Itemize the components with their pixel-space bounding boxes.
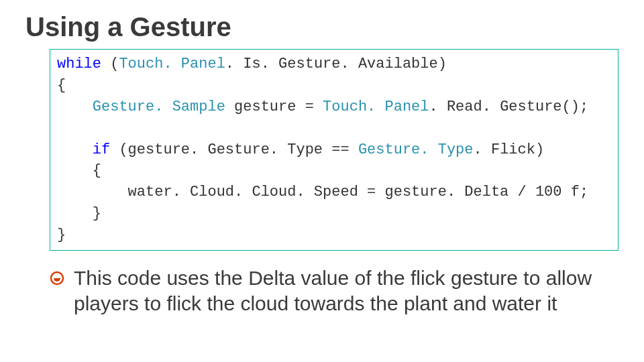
code-keyword-if: if	[93, 141, 110, 158]
code-text: . Flick)	[474, 141, 545, 158]
bullet-text: This code uses the Delta value of the fl…	[74, 265, 619, 316]
code-type: Gesture. Type	[358, 141, 474, 158]
code-indent	[57, 141, 93, 158]
code-text: (	[101, 56, 119, 72]
code-type: Gesture. Sample	[93, 99, 234, 115]
bullet-item: This code uses the Delta value of the fl…	[50, 265, 619, 316]
code-text: . Read. Gesture();	[429, 99, 589, 115]
code-text: . Is. Gesture. Available)	[225, 56, 447, 72]
code-keyword-while: while	[57, 56, 101, 72]
code-text: (gesture. Gesture. Type ==	[110, 141, 358, 158]
slide: Using a Gesture while (Touch. Panel. Is.…	[0, 0, 644, 362]
code-text: }	[57, 227, 66, 243]
code-text: {	[57, 162, 101, 179]
code-type: Touch. Panel	[119, 56, 225, 72]
code-indent	[57, 99, 93, 115]
code-text: water. Cloud. Cloud. Speed = gesture. De…	[57, 184, 588, 200]
code-type: Touch. Panel	[323, 99, 429, 115]
slide-title: Using a Gesture	[25, 12, 619, 42]
code-block: while (Touch. Panel. Is. Gesture. Availa…	[50, 49, 619, 251]
bullet-marker-icon	[50, 271, 64, 288]
code-text: gesture =	[234, 99, 323, 115]
code-text: }	[57, 205, 101, 222]
code-text: {	[57, 77, 66, 94]
